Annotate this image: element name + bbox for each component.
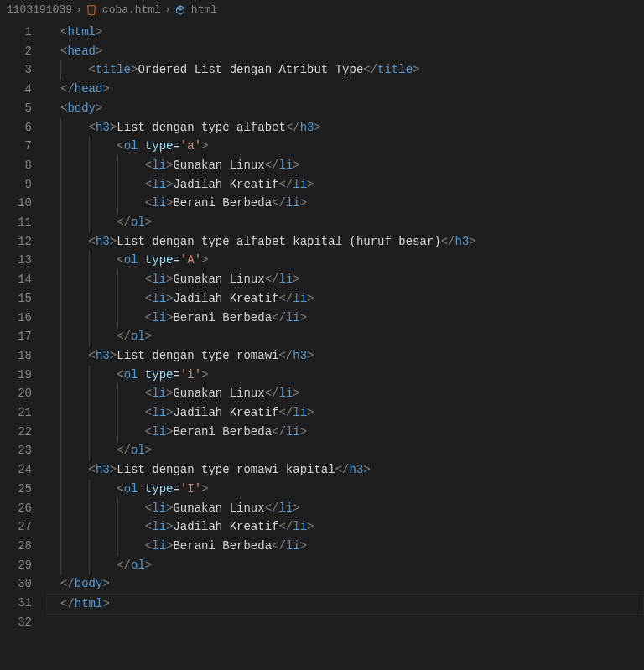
code-line[interactable]: </ol> xyxy=(47,213,644,232)
code-line[interactable]: <li>Berani Berbeda</li> xyxy=(47,537,644,556)
indent-guide xyxy=(89,309,90,328)
line-number: 8 xyxy=(0,156,32,175)
indent-guide xyxy=(60,327,61,346)
line-number: 25 xyxy=(0,480,32,499)
indent-guide xyxy=(89,384,90,403)
indent-guide xyxy=(89,499,90,518)
code-line[interactable]: <h3>List dengan type alfabet</h3> xyxy=(47,118,644,138)
code-line[interactable]: <li>Jadilah Kreatif</li> xyxy=(47,403,644,423)
line-number: 4 xyxy=(0,80,32,99)
code-line[interactable]: <li>Gunakan Linux</li> xyxy=(47,499,644,518)
code-line[interactable]: <ol type='a'> xyxy=(47,137,644,156)
indent-guide xyxy=(60,384,61,403)
code-line[interactable]: <li>Berani Berbeda</li> xyxy=(47,309,644,328)
code-line[interactable]: <li>Jadilah Kreatif</li> xyxy=(47,289,644,309)
line-number: 14 xyxy=(0,270,32,289)
code-line[interactable]: </ol> xyxy=(47,556,644,575)
indent-guide xyxy=(60,175,61,195)
line-number: 22 xyxy=(0,423,32,442)
code-line[interactable]: <h3>List dengan type romawi kapital</h3> xyxy=(47,460,644,480)
line-number: 18 xyxy=(0,346,32,366)
breadcrumb-file[interactable]: coba.html xyxy=(102,3,161,16)
code-line[interactable]: </head> xyxy=(47,80,644,99)
indent-guide xyxy=(60,423,61,442)
indent-guide xyxy=(60,460,61,480)
line-number: 26 xyxy=(0,499,32,518)
line-number: 15 xyxy=(0,289,32,309)
indent-guide xyxy=(89,289,90,309)
indent-guide xyxy=(60,309,61,328)
indent-guide xyxy=(60,366,61,385)
symbol-icon xyxy=(174,4,186,16)
code-line[interactable]: <ol type='I'> xyxy=(47,480,644,499)
indent-guide xyxy=(89,251,90,270)
indent-guide xyxy=(117,517,118,537)
html-file-icon xyxy=(86,4,97,16)
indent-guide xyxy=(89,537,90,556)
breadcrumb-symbol[interactable]: html xyxy=(191,3,217,16)
line-number: 12 xyxy=(0,232,32,252)
chevron-right-icon: › xyxy=(75,3,82,16)
code-line[interactable]: <li>Gunakan Linux</li> xyxy=(47,384,644,403)
code-line[interactable]: <ol type='i'> xyxy=(47,366,644,385)
indent-guide xyxy=(89,366,90,385)
indent-guide xyxy=(60,194,61,213)
code-line[interactable]: <li>Gunakan Linux</li> xyxy=(47,270,644,289)
code-line[interactable]: </html> xyxy=(46,594,644,615)
line-number: 9 xyxy=(0,175,32,195)
indent-guide xyxy=(89,175,90,195)
code-line[interactable]: <head> xyxy=(47,42,644,61)
indent-guide xyxy=(89,137,90,156)
indent-guide xyxy=(117,537,118,556)
breadcrumb: 1103191039 › coba.html › html xyxy=(0,0,644,19)
code-line[interactable]: <h3>List dengan type alfabet kapital (hu… xyxy=(47,232,644,252)
indent-guide xyxy=(60,156,61,175)
indent-guide xyxy=(117,499,118,518)
indent-guide xyxy=(89,423,90,442)
line-number: 31 xyxy=(0,594,32,613)
indent-guide xyxy=(89,194,90,213)
line-number: 1 xyxy=(0,23,32,42)
indent-guide xyxy=(89,327,90,346)
code-line[interactable]: <h3>List dengan type romawi</h3> xyxy=(47,346,644,366)
line-number: 29 xyxy=(0,556,32,575)
indent-guide xyxy=(89,213,90,232)
indent-guide xyxy=(89,517,90,537)
indent-guide xyxy=(60,251,61,270)
line-number: 7 xyxy=(0,137,32,156)
code-content[interactable]: <html><head> <title>Ordered List dengan … xyxy=(47,19,644,632)
line-number: 27 xyxy=(0,517,32,537)
indent-guide xyxy=(117,270,118,289)
indent-guide xyxy=(60,60,61,80)
indent-guide xyxy=(60,403,61,423)
code-line[interactable]: <li>Berani Berbeda</li> xyxy=(47,194,644,213)
code-line[interactable]: <html> xyxy=(47,23,644,42)
indent-guide xyxy=(60,137,61,156)
indent-guide xyxy=(89,403,90,423)
code-line[interactable]: <li>Gunakan Linux</li> xyxy=(47,156,644,175)
indent-guide xyxy=(117,309,118,328)
code-line[interactable]: </ol> xyxy=(47,327,644,346)
indent-guide xyxy=(60,346,61,366)
code-line[interactable]: <title>Ordered List dengan Atribut Type<… xyxy=(47,60,644,80)
indent-guide xyxy=(60,118,61,138)
code-line[interactable]: </body> xyxy=(47,574,644,594)
line-number: 2 xyxy=(0,42,32,61)
line-number: 17 xyxy=(0,327,32,346)
code-line[interactable]: <li>Jadilah Kreatif</li> xyxy=(47,517,644,537)
code-line[interactable]: <li>Berani Berbeda</li> xyxy=(47,423,644,442)
code-line[interactable]: <ol type='A'> xyxy=(47,251,644,270)
indent-guide xyxy=(60,289,61,309)
line-number: 10 xyxy=(0,194,32,213)
breadcrumb-folder[interactable]: 1103191039 xyxy=(7,3,72,16)
code-editor[interactable]: 1234567891011121314151617181920212223242… xyxy=(0,19,644,632)
code-line[interactable]: </ol> xyxy=(47,441,644,460)
code-line[interactable]: <li>Jadilah Kreatif</li> xyxy=(47,175,644,195)
line-number: 28 xyxy=(0,537,32,556)
indent-guide xyxy=(60,556,61,575)
line-number-gutter: 1234567891011121314151617181920212223242… xyxy=(0,19,47,632)
indent-guide xyxy=(89,156,90,175)
line-number: 32 xyxy=(0,613,32,632)
line-number: 16 xyxy=(0,309,32,328)
code-line[interactable]: <body> xyxy=(47,99,644,118)
